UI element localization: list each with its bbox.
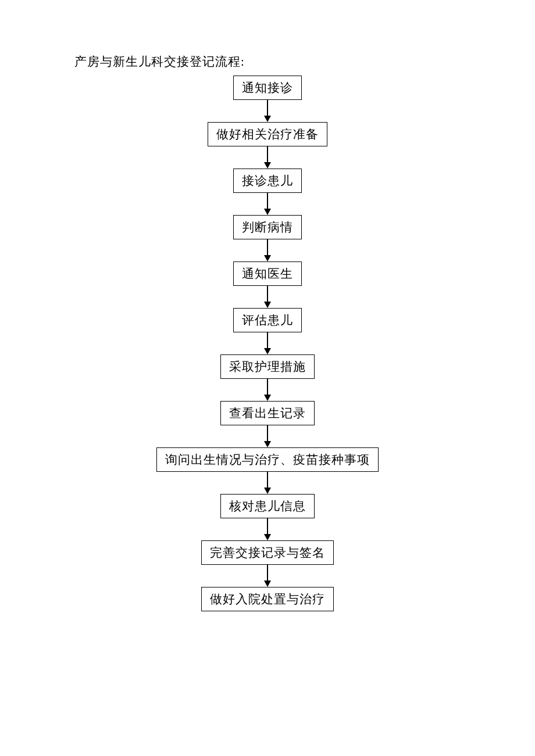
arrow-icon <box>264 286 271 308</box>
flow-step-11: 做好入院处置与治疗 <box>201 587 334 611</box>
arrow-icon <box>264 193 271 215</box>
flow-step-10: 完善交接记录与签名 <box>201 540 334 565</box>
flow-step-9: 核对患儿信息 <box>220 494 315 518</box>
flow-step-7: 查看出生记录 <box>220 401 315 425</box>
arrow-icon <box>264 146 271 169</box>
flow-step-3: 判断病情 <box>233 215 302 239</box>
arrow-icon <box>264 565 271 587</box>
flow-step-6: 采取护理措施 <box>220 354 315 379</box>
arrow-icon <box>264 425 271 447</box>
flow-step-0: 通知接诊 <box>233 76 302 100</box>
flow-step-2: 接诊患儿 <box>233 169 302 193</box>
flow-step-1: 做好相关治疗准备 <box>208 122 327 146</box>
arrow-icon <box>264 239 271 261</box>
arrow-icon <box>264 332 271 354</box>
flow-step-8: 询问出生情况与治疗、疫苗接种事项 <box>156 447 379 472</box>
page-title: 产房与新生儿科交接登记流程: <box>74 53 245 70</box>
arrow-icon <box>264 100 271 122</box>
arrow-icon <box>264 379 271 401</box>
flow-step-5: 评估患儿 <box>233 308 302 332</box>
flowchart-container: 通知接诊 做好相关治疗准备 接诊患儿 判断病情 通知医生 评估患儿 采取护理措施… <box>0 76 535 611</box>
flow-step-4: 通知医生 <box>233 261 302 286</box>
arrow-icon <box>264 472 271 494</box>
arrow-icon <box>264 518 271 540</box>
